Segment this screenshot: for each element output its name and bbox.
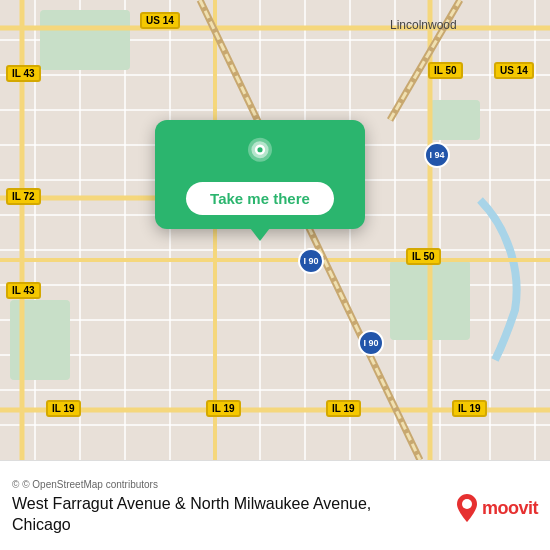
route-badge-i90-lower: I 90	[358, 330, 384, 356]
svg-point-44	[462, 499, 472, 509]
route-badge-il50-mid: IL 50	[406, 248, 441, 265]
route-badge-il19-4: IL 19	[452, 400, 487, 417]
area-label-lincolnwood: Lincolnwood	[390, 18, 457, 32]
moovit-pin-icon	[456, 494, 478, 522]
moovit-logo: moovit	[456, 494, 538, 522]
location-name: West Farragut Avenue & North Milwaukee A…	[12, 494, 444, 536]
route-badge-il43-mid: IL 43	[6, 282, 41, 299]
route-badge-il72: IL 72	[6, 188, 41, 205]
route-badge-il19-3: IL 19	[326, 400, 361, 417]
bottom-info-bar: © © OpenStreetMap contributors West Farr…	[0, 460, 550, 550]
svg-point-43	[257, 147, 262, 152]
location-pin-icon	[242, 136, 278, 172]
svg-rect-25	[40, 10, 130, 70]
route-badge-il19-1: IL 19	[46, 400, 81, 417]
moovit-brand-name: moovit	[482, 498, 538, 519]
route-badge-us14-top: US 14	[140, 12, 180, 29]
route-badge-il50-top: IL 50	[428, 62, 463, 79]
route-badge-il43-top: IL 43	[6, 65, 41, 82]
map-attribution: © © OpenStreetMap contributors	[12, 479, 538, 490]
route-badge-us14-right: US 14	[494, 62, 534, 79]
route-badge-i90-mid: I 90	[298, 248, 324, 274]
svg-rect-27	[10, 300, 70, 380]
route-badge-i94: I 94	[424, 142, 450, 168]
map-svg	[0, 0, 550, 460]
take-me-there-button[interactable]: Take me there	[186, 182, 334, 215]
svg-rect-28	[430, 100, 480, 140]
map-view: US 14 Lincolnwood IL 43 IL 50 US 14 IL 7…	[0, 0, 550, 460]
location-popup: Take me there	[155, 120, 365, 229]
route-badge-il19-2: IL 19	[206, 400, 241, 417]
